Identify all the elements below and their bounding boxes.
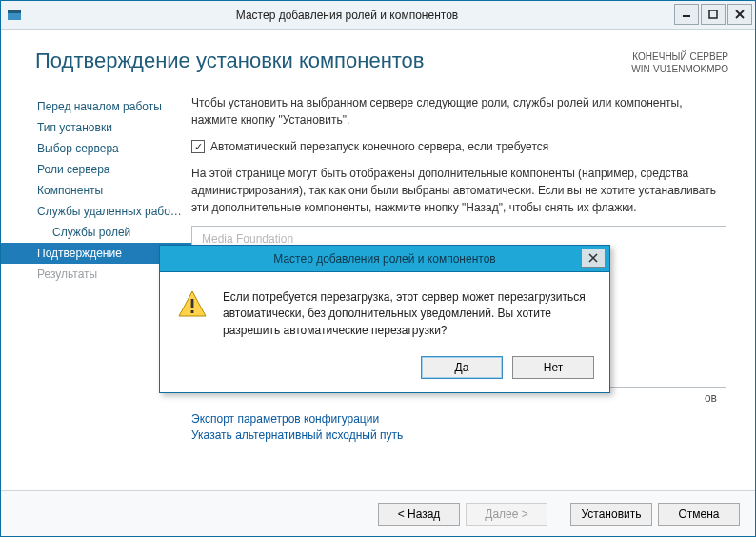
sidebar-item-install-type[interactable]: Тип установки — [35, 117, 191, 138]
header-area: Подтверждение установки компонентов КОНЕ… — [1, 30, 755, 75]
minimize-button[interactable] — [674, 4, 699, 25]
svg-rect-9 — [191, 299, 194, 308]
app-icon — [7, 8, 22, 23]
destination-server-box: КОНЕЧНЫЙ СЕРВЕР WIN-VU1ENMOKMPO — [631, 50, 728, 75]
confirm-restart-dialog: Мастер добавления ролей и компонентов Ес… — [159, 245, 610, 393]
svg-rect-3 — [709, 10, 717, 18]
wizard-footer: < Назад Далее > Установить Отмена — [1, 490, 755, 536]
destination-server-label: КОНЕЧНЫЙ СЕРВЕР — [631, 50, 728, 63]
sidebar-item-before-begin[interactable]: Перед началом работы — [35, 96, 191, 117]
auto-restart-checkbox-row[interactable]: ✓ Автоматический перезапуск конечного се… — [191, 140, 726, 153]
dialog-message: Если потребуется перезагрузка, этот серв… — [223, 289, 592, 339]
sidebar-item-server-roles[interactable]: Роли сервера — [35, 159, 191, 180]
titlebar[interactable]: Мастер добавления ролей и компонентов — [1, 1, 755, 30]
alternate-source-link[interactable]: Указать альтернативный исходный путь — [191, 428, 726, 442]
sidebar-item-features[interactable]: Компоненты — [35, 180, 191, 201]
sidebar-item-server-select[interactable]: Выбор сервера — [35, 138, 191, 159]
dialog-body: Если потребуется перезагрузка, этот серв… — [160, 272, 609, 347]
explanatory-note: На этой странице могут быть отображены д… — [191, 165, 726, 216]
window-title: Мастер добавления ролей и компонентов — [22, 9, 672, 22]
destination-server-name: WIN-VU1ENMOKMPO — [631, 63, 728, 75]
page-title: Подтверждение установки компонентов — [35, 49, 425, 75]
sidebar-item-remote-desktop[interactable]: Службы удаленных рабо… — [35, 201, 191, 222]
intro-text: Чтобы установить на выбранном сервере сл… — [191, 94, 726, 129]
dialog-no-button[interactable]: Нет — [512, 356, 594, 379]
cancel-button[interactable]: Отмена — [658, 503, 740, 526]
action-links: Экспорт параметров конфигурации Указать … — [191, 412, 726, 442]
close-button[interactable] — [727, 4, 752, 25]
auto-restart-label: Автоматический перезапуск конечного серв… — [210, 140, 548, 153]
dialog-close-button[interactable] — [581, 249, 606, 268]
warning-icon — [177, 289, 208, 320]
list-item: Media Foundation — [202, 232, 716, 246]
install-button[interactable]: Установить — [570, 503, 652, 526]
svg-rect-1 — [8, 10, 21, 13]
auto-restart-checkbox[interactable]: ✓ — [191, 140, 205, 153]
next-button: Далее > — [466, 503, 547, 526]
window-controls — [672, 4, 752, 27]
svg-rect-10 — [191, 310, 194, 313]
wizard-window: Мастер добавления ролей и компонентов По… — [0, 0, 756, 537]
dialog-buttons: Да Нет — [160, 347, 609, 392]
back-button[interactable]: < Назад — [378, 503, 460, 526]
maximize-button[interactable] — [701, 4, 726, 25]
sidebar-item-role-services[interactable]: Службы ролей — [35, 222, 191, 243]
export-config-link[interactable]: Экспорт параметров конфигурации — [191, 412, 726, 426]
dialog-titlebar[interactable]: Мастер добавления ролей и компонентов — [160, 246, 609, 272]
dialog-title: Мастер добавления ролей и компонентов — [273, 252, 495, 266]
dialog-yes-button[interactable]: Да — [421, 356, 503, 379]
